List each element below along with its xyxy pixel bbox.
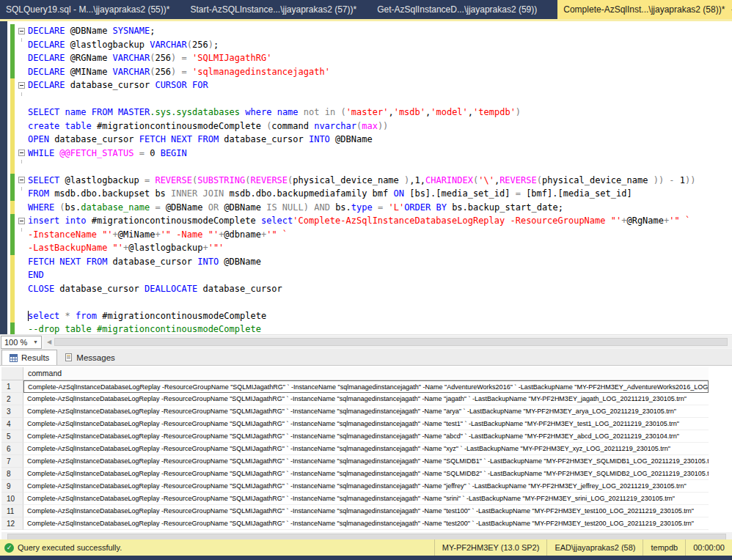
table-row[interactable]: 6Complete-AzSqlInstanceDatabaseLogReplay…	[1, 443, 732, 455]
code-text: create table #migrationcontinousmodeComp…	[28, 119, 388, 133]
command-cell[interactable]: Complete-AzSqlInstanceDatabaseLogReplay …	[23, 430, 709, 443]
collapse-minus-icon[interactable]	[18, 82, 25, 89]
success-check-icon: ✓	[4, 543, 14, 553]
command-cell[interactable]: Complete-AzSqlInstanceDatabaseLogReplay …	[23, 493, 709, 505]
document-tab-3[interactable]: Get-AzSqlInstanceD...\jjayaprakas2 (59))	[377, 0, 537, 19]
collapse-minus-icon[interactable]	[18, 218, 25, 224]
table-row[interactable]: 1Complete-AzSqlInstanceDatabaseLogReplay…	[1, 380, 732, 393]
document-tab-4[interactable]: Complete-AzSqlInst...\jjayaprakas2 (58))…	[557, 0, 732, 19]
code-text: END	[28, 268, 44, 282]
document-tab-label: Complete-AzSqlInst...\jjayaprakas2 (58))…	[563, 4, 725, 15]
table-row[interactable]: 5Complete-AzSqlInstanceDatabaseLogReplay…	[1, 430, 732, 443]
code-line-4[interactable]: DECLARE @MIName VARCHAR(256) = 'sqlmanag…	[7, 65, 732, 79]
row-number[interactable]: 7	[1, 455, 23, 468]
grid-rows: 1Complete-AzSqlInstanceDatabaseLogReplay…	[1, 380, 732, 530]
scrollbar-thumb[interactable]	[54, 338, 728, 346]
table-row[interactable]: 2Complete-AzSqlInstanceDatabaseLogReplay…	[1, 393, 732, 405]
code-line-15[interactable]: insert into #migrationcontinousmodeCompl…	[7, 214, 732, 228]
code-text: OPEN database_cursor FETCH NEXT FROM dat…	[28, 133, 373, 147]
code-text: -InstanceName "'+@MiName+'" -Name "'+@db…	[28, 228, 288, 242]
document-tab-1[interactable]: SQLQuery19.sql - M...\jjayaprakas2 (55))…	[6, 0, 169, 19]
status-server: MY-PF2HM3EY (13.0 SP2)	[434, 539, 547, 556]
grid-scrollbar-thumb[interactable]	[7, 534, 726, 539]
table-row[interactable]: 9Complete-AzSqlInstanceDatabaseLogReplay…	[1, 480, 732, 493]
table-row[interactable]: 7Complete-AzSqlInstanceDatabaseLogReplay…	[1, 455, 732, 468]
command-cell[interactable]: Complete-AzSqlInstanceDatabaseLogReplay …	[23, 418, 709, 430]
table-row[interactable]: 11Complete-AzSqlInstanceDatabaseLogRepla…	[1, 505, 732, 517]
collapse-minus-icon[interactable]	[18, 28, 25, 34]
command-cell[interactable]: Complete-AzSqlInstanceDatabaseLogReplay …	[23, 517, 709, 530]
table-row[interactable]: 8Complete-AzSqlInstanceDatabaseLogReplay…	[1, 468, 732, 480]
column-header-command[interactable]: command	[23, 367, 709, 380]
row-number[interactable]: 6	[1, 443, 23, 455]
code-line-17[interactable]: -LastBackupName "'+@lastlogbackup+'"'	[7, 241, 732, 255]
command-cell[interactable]: Complete-AzSqlInstanceDatabaseLogReplay …	[23, 480, 709, 493]
editor-zoom-dropdown[interactable]: 100 % ▼	[1, 336, 42, 349]
collapse-minus-icon[interactable]	[18, 177, 25, 183]
code-line-5[interactable]: DECLARE database_cursor CURSOR FOR	[7, 78, 732, 92]
code-line-9[interactable]: OPEN database_cursor FETCH NEXT FROM dat…	[7, 133, 732, 147]
change-tracking-bar	[10, 133, 15, 147]
code-line-21[interactable]	[7, 295, 732, 309]
row-number[interactable]: 2	[1, 393, 23, 405]
command-cell[interactable]: Complete-AzSqlInstanceDatabaseLogReplay …	[23, 468, 709, 480]
grid-corner-cell[interactable]	[1, 367, 23, 380]
code-line-18[interactable]: FETCH NEXT FROM database_cursor INTO @DB…	[7, 255, 732, 269]
fold-margin	[15, 218, 28, 224]
row-number[interactable]: 5	[1, 430, 23, 443]
code-line-22[interactable]: select * from #migrationcontinousmodeCom…	[7, 309, 732, 323]
command-cell[interactable]: Complete-AzSqlInstanceDatabaseLogReplay …	[23, 393, 709, 405]
row-number[interactable]: 1	[1, 380, 23, 393]
code-line-6[interactable]	[7, 92, 732, 106]
code-text: FROM msdb.dbo.backupset bs INNER JOIN ms…	[28, 187, 632, 201]
change-tracking-bar	[10, 106, 15, 119]
table-row[interactable]: 4Complete-AzSqlInstanceDatabaseLogReplay…	[1, 418, 732, 430]
row-number[interactable]: 11	[1, 505, 23, 517]
code-line-23[interactable]: --drop table #migrationcontinousmodeComp…	[7, 323, 732, 334]
row-number[interactable]: 8	[1, 468, 23, 480]
code-line-12[interactable]: SELECT @lastlogbackup = REVERSE(SUBSTRIN…	[7, 174, 732, 188]
code-text: --drop table #migrationcontinousmodeComp…	[28, 323, 261, 334]
tab-messages[interactable]: Messages	[57, 350, 122, 365]
code-line-1[interactable]: DECLARE @DBName SYSNAME;	[7, 24, 732, 38]
grid-horizontal-scrollbar[interactable]	[1, 532, 732, 539]
document-tab-bar: SQLQuery19.sql - M...\jjayaprakas2 (55))…	[0, 0, 732, 19]
collapse-minus-icon[interactable]	[18, 150, 25, 156]
command-cell[interactable]: Complete-AzSqlInstanceDatabaseLogReplay …	[23, 380, 709, 393]
document-tab-2[interactable]: Start-AzSQLInstance...\jjayaprakas2 (57)…	[190, 0, 356, 19]
table-row[interactable]: 3Complete-AzSqlInstanceDatabaseLogReplay…	[1, 405, 732, 418]
code-line-8[interactable]: create table #migrationcontinousmodeComp…	[7, 119, 732, 133]
code-line-14[interactable]: WHERE (bs.database_name = @DBName OR @DB…	[7, 201, 732, 215]
code-line-11[interactable]	[7, 160, 732, 174]
code-line-3[interactable]: DECLARE @RGName VARCHAR(256) = 'SQLMIJag…	[7, 51, 732, 65]
code-line-2[interactable]: DECLARE @lastlogbackup VARCHAR(256);	[7, 38, 732, 52]
command-cell[interactable]: Complete-AzSqlInstanceDatabaseLogReplay …	[23, 505, 709, 517]
table-row[interactable]: 10Complete-AzSqlInstanceDatabaseLogRepla…	[1, 493, 732, 505]
row-number[interactable]: 12	[1, 517, 23, 530]
change-tracking-bar	[10, 295, 15, 309]
code-line-10[interactable]: WHILE @@FETCH_STATUS = 0 BEGIN	[7, 147, 732, 161]
scroll-left-icon[interactable]: ◀	[44, 339, 54, 345]
status-message: Query executed successfully.	[18, 543, 122, 552]
command-cell[interactable]: Complete-AzSqlInstanceDatabaseLogReplay …	[23, 443, 709, 455]
command-cell[interactable]: Complete-AzSqlInstanceDatabaseLogReplay …	[23, 405, 709, 418]
row-number[interactable]: 9	[1, 480, 23, 493]
code-line-13[interactable]: FROM msdb.dbo.backupset bs INNER JOIN ms…	[7, 187, 732, 201]
code-line-19[interactable]: END	[7, 268, 732, 282]
sql-editor[interactable]: DECLARE @DBName SYSNAME;DECLARE @lastlog…	[0, 21, 732, 334]
change-tracking-bar	[10, 309, 15, 323]
row-number[interactable]: 10	[1, 493, 23, 505]
code-text: CLOSE database_cursor DEALLOCATE databas…	[28, 282, 282, 296]
document-tab-label: Start-AzSQLInstance...\jjayaprakas2 (57)…	[190, 4, 356, 15]
code-line-7[interactable]: SELECT name FROM MASTER.sys.sysdatabases…	[7, 106, 732, 119]
row-number[interactable]: 3	[1, 405, 23, 418]
table-row[interactable]: 12Complete-AzSqlInstanceDatabaseLogRepla…	[1, 517, 732, 530]
code-text: DECLARE @DBName SYSNAME;	[28, 24, 155, 38]
code-line-20[interactable]: CLOSE database_cursor DEALLOCATE databas…	[7, 282, 732, 296]
row-number[interactable]: 4	[1, 418, 23, 430]
command-cell[interactable]: Complete-AzSqlInstanceDatabaseLogReplay …	[23, 455, 709, 468]
code-line-16[interactable]: -InstanceName "'+@MiName+'" -Name "'+@db…	[7, 228, 732, 242]
editor-horizontal-scrollbar[interactable]: ◀	[44, 336, 732, 348]
change-tracking-bar	[10, 201, 15, 215]
tab-results[interactable]: Results	[1, 350, 57, 365]
